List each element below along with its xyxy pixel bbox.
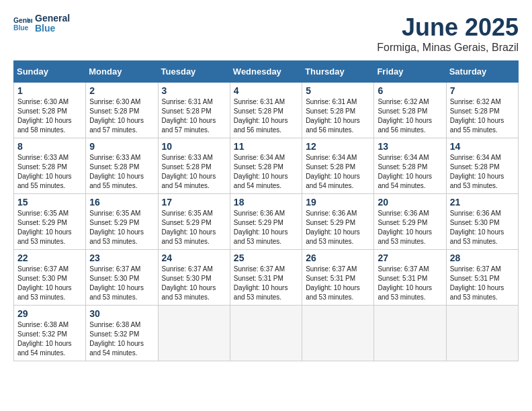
table-row bbox=[230, 306, 302, 361]
day-number: 22 bbox=[17, 253, 82, 263]
day-info: Sunrise: 6:38 AMSunset: 5:32 PMDaylight:… bbox=[89, 320, 154, 358]
day-number: 23 bbox=[89, 253, 154, 263]
day-number: 1 bbox=[17, 85, 82, 96]
day-info: Sunrise: 6:37 AMSunset: 5:31 PMDaylight:… bbox=[378, 265, 442, 302]
calendar-row: 29 Sunrise: 6:38 AMSunset: 5:32 PMDaylig… bbox=[14, 306, 519, 361]
day-number: 16 bbox=[89, 197, 154, 208]
day-number: 13 bbox=[378, 141, 442, 152]
col-wednesday: Wednesday bbox=[230, 61, 302, 83]
table-row: 7 Sunrise: 6:32 AMSunset: 5:28 PMDayligh… bbox=[446, 83, 518, 138]
table-row: 8 Sunrise: 6:33 AMSunset: 5:28 PMDayligh… bbox=[14, 138, 86, 194]
table-row: 30 Sunrise: 6:38 AMSunset: 5:32 PMDaylig… bbox=[86, 306, 158, 361]
day-info: Sunrise: 6:30 AMSunset: 5:28 PMDaylight:… bbox=[17, 97, 82, 135]
day-info: Sunrise: 6:36 AMSunset: 5:29 PMDaylight:… bbox=[378, 209, 442, 246]
day-info: Sunrise: 6:37 AMSunset: 5:31 PMDaylight:… bbox=[306, 265, 370, 302]
table-row: 23 Sunrise: 6:37 AMSunset: 5:30 PMDaylig… bbox=[86, 250, 158, 306]
table-row: 1 Sunrise: 6:30 AMSunset: 5:28 PMDayligh… bbox=[14, 83, 86, 138]
day-info: Sunrise: 6:37 AMSunset: 5:31 PMDaylight:… bbox=[450, 265, 515, 302]
table-row: 14 Sunrise: 6:34 AMSunset: 5:28 PMDaylig… bbox=[446, 138, 518, 194]
day-number: 6 bbox=[378, 85, 442, 96]
table-row: 9 Sunrise: 6:33 AMSunset: 5:28 PMDayligh… bbox=[86, 138, 158, 194]
title-block: June 2025 Formiga, Minas Gerais, Brazil bbox=[377, 13, 519, 54]
table-row: 15 Sunrise: 6:35 AMSunset: 5:29 PMDaylig… bbox=[14, 194, 86, 250]
table-row: 3 Sunrise: 6:31 AMSunset: 5:28 PMDayligh… bbox=[158, 83, 230, 138]
col-saturday: Saturday bbox=[446, 61, 518, 83]
day-number: 26 bbox=[306, 253, 370, 263]
table-row: 11 Sunrise: 6:34 AMSunset: 5:28 PMDaylig… bbox=[230, 138, 302, 194]
logo-text-blue: Blue bbox=[35, 24, 70, 34]
day-info: Sunrise: 6:31 AMSunset: 5:28 PMDaylight:… bbox=[234, 97, 298, 135]
calendar-row: 22 Sunrise: 6:37 AMSunset: 5:30 PMDaylig… bbox=[14, 250, 519, 306]
table-row: 6 Sunrise: 6:32 AMSunset: 5:28 PMDayligh… bbox=[374, 83, 446, 138]
table-row: 10 Sunrise: 6:33 AMSunset: 5:28 PMDaylig… bbox=[158, 138, 230, 194]
day-number: 21 bbox=[450, 197, 515, 208]
table-row bbox=[446, 306, 518, 361]
day-info: Sunrise: 6:36 AMSunset: 5:29 PMDaylight:… bbox=[306, 209, 370, 246]
calendar-row: 15 Sunrise: 6:35 AMSunset: 5:29 PMDaylig… bbox=[14, 194, 519, 250]
day-info: Sunrise: 6:34 AMSunset: 5:28 PMDaylight:… bbox=[378, 153, 442, 191]
day-number: 29 bbox=[17, 308, 82, 319]
day-number: 15 bbox=[17, 197, 82, 208]
day-info: Sunrise: 6:32 AMSunset: 5:28 PMDaylight:… bbox=[378, 97, 442, 135]
month-title: June 2025 bbox=[377, 13, 519, 42]
day-number: 18 bbox=[234, 197, 298, 208]
table-row: 16 Sunrise: 6:35 AMSunset: 5:29 PMDaylig… bbox=[86, 194, 158, 250]
table-row: 4 Sunrise: 6:31 AMSunset: 5:28 PMDayligh… bbox=[230, 83, 302, 138]
day-info: Sunrise: 6:37 AMSunset: 5:30 PMDaylight:… bbox=[17, 265, 82, 302]
day-info: Sunrise: 6:32 AMSunset: 5:28 PMDaylight:… bbox=[450, 97, 515, 135]
table-row: 5 Sunrise: 6:31 AMSunset: 5:28 PMDayligh… bbox=[302, 83, 374, 138]
day-number: 7 bbox=[450, 85, 515, 96]
table-row: 26 Sunrise: 6:37 AMSunset: 5:31 PMDaylig… bbox=[302, 250, 374, 306]
calendar-row: 8 Sunrise: 6:33 AMSunset: 5:28 PMDayligh… bbox=[14, 138, 519, 194]
table-row: 22 Sunrise: 6:37 AMSunset: 5:30 PMDaylig… bbox=[14, 250, 86, 306]
calendar-table: Sunday Monday Tuesday Wednesday Thursday… bbox=[13, 60, 519, 361]
col-thursday: Thursday bbox=[302, 61, 374, 83]
table-row: 2 Sunrise: 6:30 AMSunset: 5:28 PMDayligh… bbox=[86, 83, 158, 138]
day-number: 24 bbox=[162, 253, 226, 263]
day-info: Sunrise: 6:33 AMSunset: 5:28 PMDaylight:… bbox=[162, 153, 226, 191]
table-row: 17 Sunrise: 6:35 AMSunset: 5:29 PMDaylig… bbox=[158, 194, 230, 250]
table-row: 25 Sunrise: 6:37 AMSunset: 5:31 PMDaylig… bbox=[230, 250, 302, 306]
day-info: Sunrise: 6:37 AMSunset: 5:31 PMDaylight:… bbox=[234, 265, 298, 302]
col-tuesday: Tuesday bbox=[158, 61, 230, 83]
day-number: 12 bbox=[306, 141, 370, 152]
day-number: 9 bbox=[89, 141, 154, 152]
day-info: Sunrise: 6:35 AMSunset: 5:29 PMDaylight:… bbox=[89, 209, 154, 246]
day-number: 3 bbox=[162, 85, 226, 96]
day-number: 8 bbox=[17, 141, 82, 152]
day-info: Sunrise: 6:31 AMSunset: 5:28 PMDaylight:… bbox=[162, 97, 226, 135]
day-info: Sunrise: 6:34 AMSunset: 5:28 PMDaylight:… bbox=[450, 153, 515, 191]
day-number: 5 bbox=[306, 85, 370, 96]
calendar-row: 1 Sunrise: 6:30 AMSunset: 5:28 PMDayligh… bbox=[14, 83, 519, 138]
table-row: 24 Sunrise: 6:37 AMSunset: 5:30 PMDaylig… bbox=[158, 250, 230, 306]
col-monday: Monday bbox=[86, 61, 158, 83]
location-title: Formiga, Minas Gerais, Brazil bbox=[377, 42, 519, 54]
table-row: 18 Sunrise: 6:36 AMSunset: 5:29 PMDaylig… bbox=[230, 194, 302, 250]
day-info: Sunrise: 6:30 AMSunset: 5:28 PMDaylight:… bbox=[89, 97, 154, 135]
table-row: 28 Sunrise: 6:37 AMSunset: 5:31 PMDaylig… bbox=[446, 250, 518, 306]
table-row: 29 Sunrise: 6:38 AMSunset: 5:32 PMDaylig… bbox=[14, 306, 86, 361]
svg-text:Blue: Blue bbox=[13, 25, 29, 32]
day-number: 20 bbox=[378, 197, 442, 208]
day-number: 30 bbox=[89, 308, 154, 319]
day-number: 25 bbox=[234, 253, 298, 263]
day-number: 14 bbox=[450, 141, 515, 152]
day-info: Sunrise: 6:34 AMSunset: 5:28 PMDaylight:… bbox=[306, 153, 370, 191]
table-row bbox=[302, 306, 374, 361]
day-info: Sunrise: 6:31 AMSunset: 5:28 PMDaylight:… bbox=[306, 97, 370, 135]
day-info: Sunrise: 6:36 AMSunset: 5:30 PMDaylight:… bbox=[450, 209, 515, 246]
day-number: 4 bbox=[234, 85, 298, 96]
day-info: Sunrise: 6:36 AMSunset: 5:29 PMDaylight:… bbox=[234, 209, 298, 246]
day-info: Sunrise: 6:35 AMSunset: 5:29 PMDaylight:… bbox=[17, 209, 82, 246]
logo: General Blue General Blue bbox=[13, 13, 70, 34]
col-friday: Friday bbox=[374, 61, 446, 83]
day-info: Sunrise: 6:33 AMSunset: 5:28 PMDaylight:… bbox=[89, 153, 154, 191]
table-row bbox=[374, 306, 446, 361]
day-info: Sunrise: 6:37 AMSunset: 5:30 PMDaylight:… bbox=[89, 265, 154, 302]
logo-icon: General Blue bbox=[13, 14, 32, 33]
day-number: 19 bbox=[306, 197, 370, 208]
page-header: General Blue General Blue June 2025 Form… bbox=[13, 13, 519, 54]
table-row bbox=[158, 306, 230, 361]
logo-text-general: General bbox=[35, 13, 70, 24]
day-info: Sunrise: 6:35 AMSunset: 5:29 PMDaylight:… bbox=[162, 209, 226, 246]
